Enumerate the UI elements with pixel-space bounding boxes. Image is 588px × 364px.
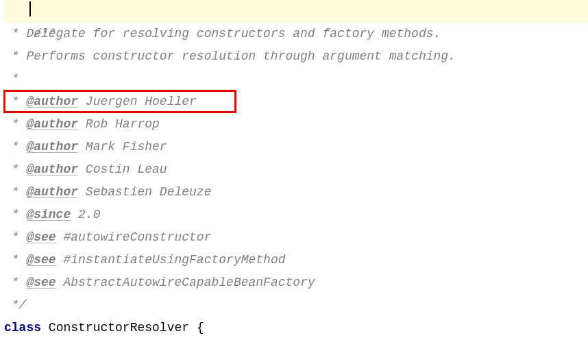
author-tag: @author <box>26 185 78 199</box>
doc-comment-desc2: * Performs constructor resolution throug… <box>4 45 588 68</box>
author-tag: @author <box>26 140 78 154</box>
author-tag: @author <box>26 117 78 131</box>
see-tag: @see <box>26 276 56 289</box>
doc-comment-end: */ <box>4 294 588 317</box>
class-declaration: class ConstructorResolver { <box>4 317 588 339</box>
doc-see-line-1: * @see #autowireConstructor <box>4 226 588 249</box>
doc-since-line: * @since 2.0 <box>4 204 588 226</box>
doc-comment-desc1: * Delegate for resolving constructors an… <box>4 23 588 45</box>
doc-comment-blank: * <box>4 68 588 90</box>
doc-author-line-5: * @author Sebastien Deleuze <box>4 181 588 204</box>
author-tag: @author <box>26 95 78 108</box>
doc-see-line-2: * @see #instantiateUsingFactoryMethod <box>4 249 588 271</box>
since-tag: @since <box>26 208 71 221</box>
doc-comment-start: /** <box>4 0 588 23</box>
doc-author-line-4: * @author Costin Leau <box>4 158 588 181</box>
doc-author-line-3: * @author Mark Fisher <box>4 136 588 158</box>
see-tag: @see <box>26 230 56 244</box>
text-cursor <box>29 1 31 16</box>
doc-author-line-2: * @author Rob Harrop <box>4 113 588 136</box>
see-tag: @see <box>26 253 56 267</box>
doc-see-line-3: * @see AbstractAutowireCapableBeanFactor… <box>4 271 588 294</box>
code-editor[interactable]: /** * Delegate for resolving constructor… <box>0 0 588 339</box>
doc-author-line-1: * @author Juergen Hoeller <box>4 90 588 113</box>
author-tag: @author <box>26 162 78 176</box>
